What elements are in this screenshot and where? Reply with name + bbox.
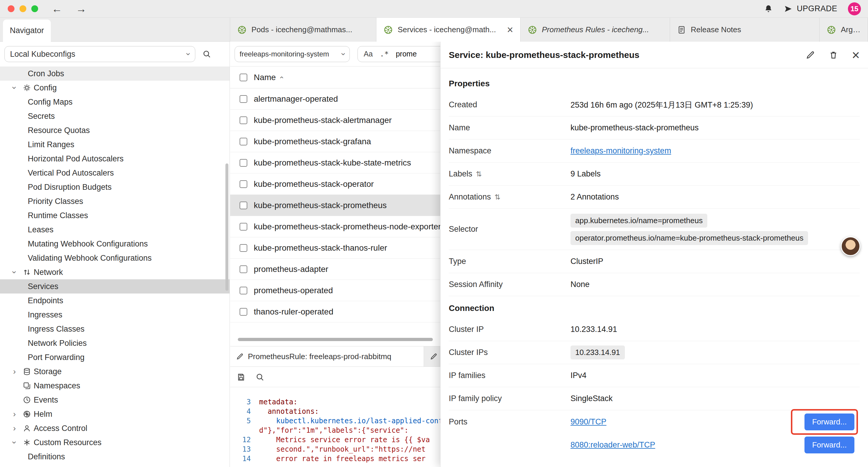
sidebar-item-endpoints[interactable]: Endpoints <box>0 293 229 308</box>
sidebar-item-namespaces[interactable]: Namespaces <box>0 379 229 393</box>
sidebar-item-config[interactable]: ›Config <box>0 81 229 95</box>
close-window-button[interactable] <box>8 5 14 12</box>
sidebar-item-definitions[interactable]: Definitions <box>0 449 229 464</box>
table-row-alertmanager-operated[interactable]: alertmanager-operated <box>230 88 440 110</box>
row-checkbox[interactable] <box>240 265 247 273</box>
back-arrow-icon[interactable]: ← <box>52 3 62 15</box>
table-row-kube-prometheus-stack-thanos-ruler[interactable]: kube-prometheus-stack-thanos-ruler <box>230 237 440 259</box>
sidebar-item-storage[interactable]: ›Storage <box>0 364 229 379</box>
yaml-editor[interactable]: 3metadata:4 annotations:5 kubectl.kubern… <box>230 387 440 467</box>
namespace-link[interactable]: freeleaps-monitoring-system <box>570 146 671 155</box>
sidebar-item-runtime-classes[interactable]: Runtime Classes <box>0 208 229 223</box>
upgrade-button[interactable]: UPGRADE <box>784 4 837 13</box>
row-checkbox[interactable] <box>240 202 247 209</box>
sidebar-item-vertical-pod-autoscalers[interactable]: Vertical Pod Autoscalers <box>0 166 229 180</box>
zoom-window-button[interactable] <box>31 5 38 12</box>
edit-pencil-icon[interactable] <box>806 50 815 60</box>
sidebar-item-custom-resources[interactable]: ›Custom Resources <box>0 435 229 449</box>
tab-prometheus-rules-icecheng[interactable]: Prometheus Rules - icecheng... <box>521 18 670 42</box>
sidebar-item-horizontal-pod-autoscalers[interactable]: Horizontal Pod Autoscalers <box>0 152 229 166</box>
sidebar-item-port-forwarding[interactable]: Port Forwarding <box>0 350 229 364</box>
sidebar-item-config-maps[interactable]: Config Maps <box>0 95 229 109</box>
sidebar-item-access-control[interactable]: ›Access Control <box>0 421 229 435</box>
floating-avatar[interactable] <box>841 236 860 256</box>
port-link[interactable]: 9090/TCP <box>570 417 607 427</box>
sort-arrows-icon[interactable]: ⇅ <box>495 193 500 201</box>
notification-badge[interactable]: 15 <box>848 2 861 16</box>
table-row-kube-prometheus-stack-prometheus[interactable]: kube-prometheus-stack-prometheus <box>230 195 440 216</box>
tab-release-notes[interactable]: Release Notes <box>670 18 819 42</box>
chevron-down-icon[interactable]: › <box>10 271 19 273</box>
table-row-kube-prometheus-stack-grafana[interactable]: kube-prometheus-stack-grafana <box>230 131 440 152</box>
sidebar-scrollbar[interactable] <box>225 164 228 291</box>
row-checkbox[interactable] <box>240 95 247 103</box>
forward-arrow-icon[interactable]: → <box>76 3 87 15</box>
tab-services-icecheng-math[interactable]: Services - icecheng@math...× <box>376 18 521 42</box>
forward-button[interactable]: Forward... <box>804 437 855 454</box>
row-checkbox[interactable] <box>240 116 247 124</box>
select-all-checkbox[interactable] <box>240 74 247 81</box>
sidebar-item-services[interactable]: Services <box>0 279 229 293</box>
sort-arrows-icon[interactable]: ⇅ <box>476 170 482 178</box>
horizontal-scrollbar[interactable] <box>238 338 433 341</box>
row-checkbox[interactable] <box>240 244 247 252</box>
tab-pods-icecheng-mathmas[interactable]: Pods - icecheng@mathmas... <box>230 18 376 42</box>
sidebar-item-helm[interactable]: ›Helm <box>0 407 229 421</box>
sidebar-item-priority-classes[interactable]: Priority Classes <box>0 194 229 208</box>
property-value: ClusterIP <box>570 257 603 266</box>
table-row-prometheus-adapter[interactable]: prometheus-adapter <box>230 259 440 280</box>
sidebar-item-limit-ranges[interactable]: Limit Ranges <box>0 138 229 152</box>
tab-close-icon[interactable]: × <box>507 25 513 35</box>
chevron-right-icon[interactable]: › <box>13 368 16 376</box>
close-icon[interactable]: × <box>852 48 860 62</box>
name-column-header[interactable]: Name <box>254 73 276 82</box>
search-input[interactable]: Aa .* prome <box>358 46 440 62</box>
sort-caret-icon[interactable]: › <box>278 76 285 79</box>
chevron-right-icon[interactable]: › <box>13 410 16 418</box>
row-checkbox[interactable] <box>240 223 247 231</box>
table-row-kube-prometheus-stack-prometheus-node-exporter[interactable]: kube-prometheus-stack-prometheus-node-ex… <box>230 216 440 237</box>
regex-toggle[interactable]: .* <box>380 50 389 58</box>
navigator-tab[interactable]: Navigator <box>3 20 51 42</box>
notifications-bell-icon[interactable] <box>764 4 773 13</box>
match-case-toggle[interactable]: Aa <box>364 50 373 58</box>
sidebar-item-leases[interactable]: Leases <box>0 223 229 237</box>
forward-button[interactable]: Forward... <box>804 413 855 430</box>
editor-tab-stub[interactable] <box>424 346 440 367</box>
sidebar-item-pod-disruption-budgets[interactable]: Pod Disruption Budgets <box>0 180 229 194</box>
sidebar-search-icon[interactable] <box>203 50 211 59</box>
sidebar-item-events[interactable]: Events <box>0 393 229 407</box>
save-icon[interactable] <box>237 373 246 382</box>
table-row-kube-prometheus-stack-alertmanager[interactable]: kube-prometheus-stack-alertmanager <box>230 110 440 131</box>
kubeconfig-select[interactable]: Local Kubeconfigs › <box>4 46 195 62</box>
sidebar-item-network[interactable]: ›Network <box>0 265 229 279</box>
sidebar-item-mutating-webhook-configurations[interactable]: Mutating Webhook Configurations <box>0 237 229 251</box>
property-row-annotations: Annotations⇅2 Annotations <box>449 185 860 209</box>
sidebar-item-secrets[interactable]: Secrets <box>0 109 229 123</box>
table-row-kube-prometheus-stack-kube-state-metrics[interactable]: kube-prometheus-stack-kube-state-metrics <box>230 152 440 174</box>
sidebar-item-network-policies[interactable]: Network Policies <box>0 336 229 350</box>
sidebar-item-cron-jobs[interactable]: Cron Jobs <box>0 66 229 81</box>
sidebar-item-ingress-classes[interactable]: Ingress Classes <box>0 322 229 336</box>
table-row-thanos-ruler-operated[interactable]: thanos-ruler-operated <box>230 301 440 322</box>
editor-tab-prometheusrule-freeleaps-prod-rabbitmq[interactable]: PrometheusRule: freeleaps-prod-rabbitmq <box>230 346 424 367</box>
sidebar-item-resource-quotas[interactable]: Resource Quotas <box>0 123 229 138</box>
row-checkbox[interactable] <box>240 159 247 167</box>
row-checkbox[interactable] <box>240 180 247 188</box>
tab-argo-se[interactable]: Argo Se <box>819 18 868 42</box>
editor-search-icon[interactable] <box>255 373 265 382</box>
row-checkbox[interactable] <box>240 138 247 145</box>
chevron-down-icon[interactable]: › <box>10 86 19 89</box>
minimize-window-button[interactable] <box>20 5 26 12</box>
row-checkbox[interactable] <box>240 308 247 316</box>
table-row-prometheus-operated[interactable]: prometheus-operated <box>230 280 440 301</box>
row-checkbox[interactable] <box>240 287 247 294</box>
namespace-select[interactable]: freeleaps-monitoring-system › <box>235 46 350 62</box>
port-link[interactable]: 8080:reloader-web/TCP <box>570 440 655 449</box>
chevron-right-icon[interactable]: › <box>13 424 16 432</box>
delete-trash-icon[interactable] <box>829 50 838 60</box>
sidebar-item-ingresses[interactable]: Ingresses <box>0 308 229 322</box>
chevron-down-icon[interactable]: › <box>10 441 19 444</box>
table-row-kube-prometheus-stack-operator[interactable]: kube-prometheus-stack-operator <box>230 174 440 195</box>
sidebar-item-validating-webhook-configurations[interactable]: Validating Webhook Configurations <box>0 251 229 265</box>
